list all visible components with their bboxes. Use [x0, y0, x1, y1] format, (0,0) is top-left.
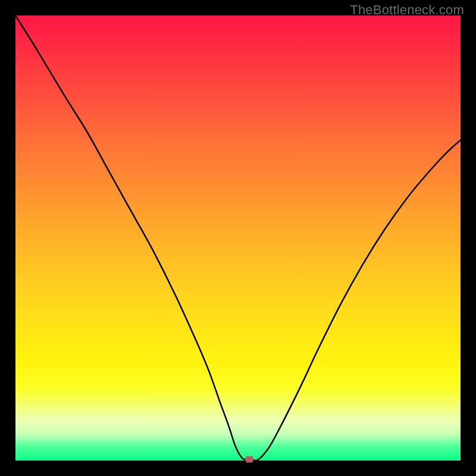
watermark-label: TheBottleneck.com	[350, 2, 464, 18]
optimal-point-marker	[245, 456, 253, 462]
bottleneck-curve	[15, 15, 461, 461]
plot-area	[15, 15, 461, 461]
chart-frame: TheBottleneck.com	[0, 0, 476, 476]
